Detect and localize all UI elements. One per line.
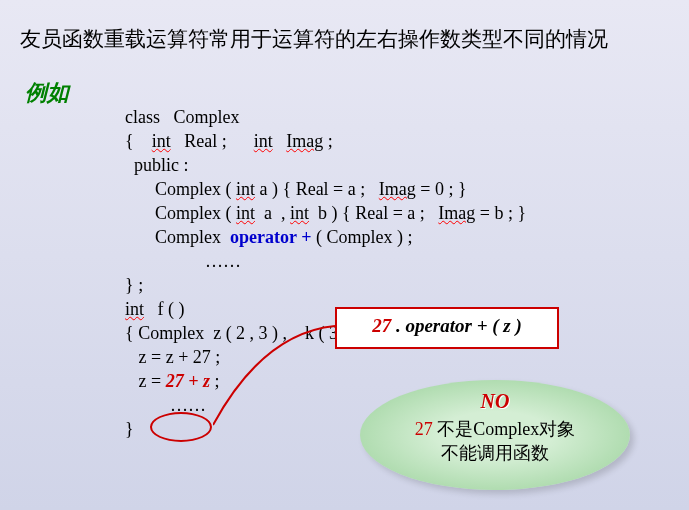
code-line-4: Complex ( int a ) { Real = a ; Imag = 0 … xyxy=(155,177,526,201)
callout-text: . operator + ( z ) xyxy=(391,315,522,336)
note-line-2: 27 不是Complex对象 xyxy=(360,417,630,441)
callout-box: 27 . operator + ( z ) xyxy=(335,307,559,349)
no-label: NO xyxy=(360,390,630,413)
code-line-2: { int Real ; int Imag ; xyxy=(125,129,526,153)
code-line-7: …… xyxy=(205,249,526,273)
code-line-8: } ; xyxy=(125,273,526,297)
ident-imag: Imag xyxy=(438,203,475,223)
keyword-int: int xyxy=(236,203,255,223)
keyword-int: int xyxy=(254,131,273,151)
example-label: 例如 xyxy=(25,78,69,108)
keyword-int: int xyxy=(290,203,309,223)
page-title: 友员函数重载运算符常用于运算符的左右操作数类型不同的情况 xyxy=(0,0,689,63)
code-line-3: public : xyxy=(125,153,526,177)
ident-imag: Imag xyxy=(286,131,323,151)
note-line-3: 不能调用函数 xyxy=(360,441,630,465)
highlight-expr: 27 + z xyxy=(166,371,210,391)
callout-number: 27 xyxy=(372,315,391,336)
note-ellipse: NO 27 不是Complex对象 不能调用函数 xyxy=(360,380,630,490)
keyword-int: int xyxy=(125,299,144,319)
keyword-int: int xyxy=(236,179,255,199)
keyword-operator: operator + xyxy=(230,227,311,247)
code-line-6: Complex operator + ( Complex ) ; xyxy=(155,225,526,249)
code-line-5: Complex ( int a , int b ) { Real = a ; I… xyxy=(155,201,526,225)
code-line-1: class Complex xyxy=(125,105,526,129)
ident-imag: Imag xyxy=(379,179,416,199)
keyword-int: int xyxy=(152,131,171,151)
